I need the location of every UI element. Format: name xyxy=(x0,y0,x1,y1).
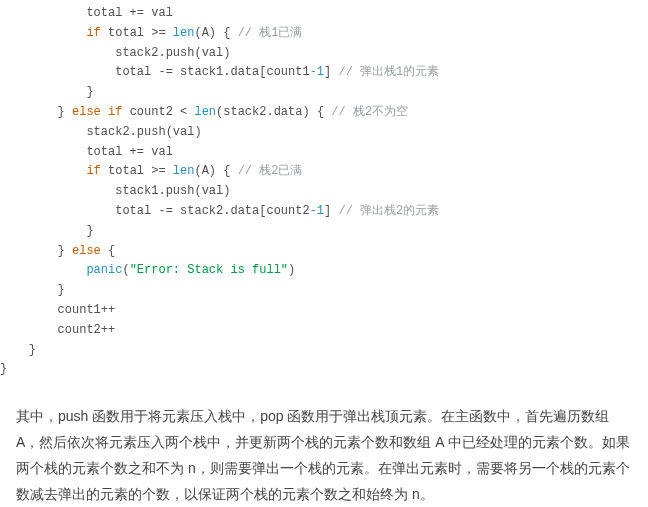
code-line: stack1.push(val) xyxy=(0,184,230,198)
code-line: if total >= len(A) { // 栈2已满 xyxy=(0,164,302,178)
code-line: stack2.push(val) xyxy=(0,125,202,139)
code-line: } else if count2 < len(stack2.data) { //… xyxy=(0,105,408,119)
code-block: total += val if total >= len(A) { // 栈1已… xyxy=(0,0,648,390)
code-line: total -= stack2.data[count2-1] // 弹出栈2的元… xyxy=(0,204,439,218)
code-line: panic("Error: Stack is full") xyxy=(0,263,295,277)
code-line: } xyxy=(0,343,36,357)
code-line: } xyxy=(0,362,7,376)
code-line: } xyxy=(0,283,65,297)
code-line: } else { xyxy=(0,244,115,258)
code-line: if total >= len(A) { // 栈1已满 xyxy=(0,26,302,40)
code-line: count1++ xyxy=(0,303,115,317)
code-line: } xyxy=(0,224,94,238)
code-line: total -= stack1.data[count1-1] // 弹出栈1的元… xyxy=(0,65,439,79)
code-line: } xyxy=(0,85,94,99)
code-line: total += val xyxy=(0,6,173,20)
code-line: count2++ xyxy=(0,323,115,337)
code-line: total += val xyxy=(0,145,173,159)
paragraph: 其中，push 函数用于将元素压入栈中，pop 函数用于弹出栈顶元素。在主函数中… xyxy=(16,404,632,507)
explanation-text: 其中，push 函数用于将元素压入栈中，pop 函数用于弹出栈顶元素。在主函数中… xyxy=(0,390,648,507)
code-line: stack2.push(val) xyxy=(0,46,230,60)
